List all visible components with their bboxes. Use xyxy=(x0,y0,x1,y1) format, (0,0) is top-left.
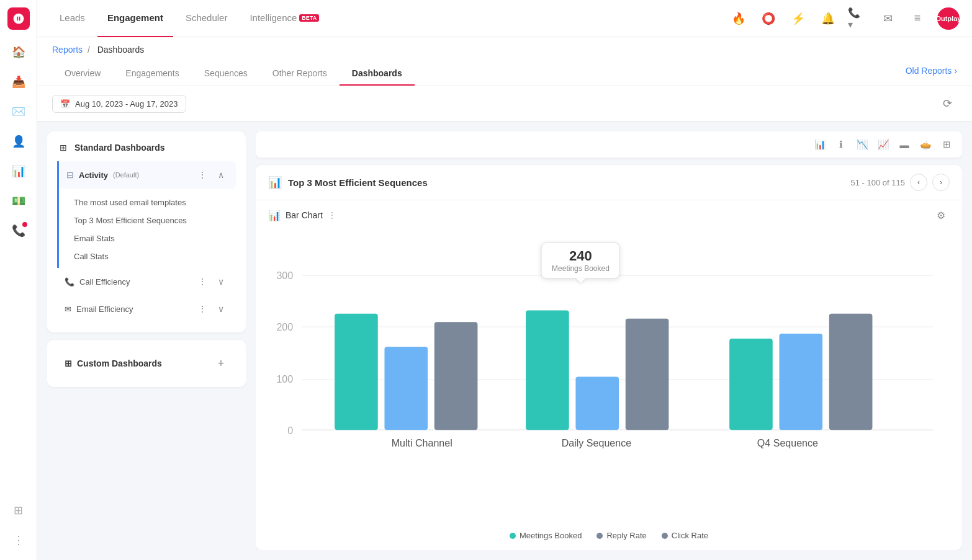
tab-dashboards[interactable]: Dashboards xyxy=(340,62,415,86)
tab-leads[interactable]: Leads xyxy=(50,0,95,37)
email-efficiency-more-btn[interactable]: ⋮ xyxy=(195,301,210,316)
activity-more-btn[interactable]: ⋮ xyxy=(195,167,210,182)
chart-legend: Meetings Booked Reply Rate Click Rate xyxy=(256,526,962,550)
activity-collapse-btn[interactable]: ∧ xyxy=(214,167,228,182)
call-efficiency-section: 📞 Call Efficiency ⋮ ∨ xyxy=(57,268,236,295)
call-efficiency-collapse-btn[interactable]: ∨ xyxy=(214,274,228,289)
sidebar-item-home[interactable]: 🏠 xyxy=(6,40,31,64)
svg-text:200: 200 xyxy=(276,321,293,332)
legend-meetings: Meetings Booked xyxy=(510,531,582,540)
info-toolbar-btn[interactable]: ℹ xyxy=(832,135,850,154)
chart-card: 📊 Top 3 Most Efficient Sequences 51 - 10… xyxy=(256,165,962,550)
bar-chart-header: 📊 Bar Chart ⋮ ⚙ xyxy=(256,200,962,224)
svg-text:Multi Channel: Multi Channel xyxy=(392,437,452,448)
chart-header: 📊 Top 3 Most Efficient Sequences 51 - 10… xyxy=(256,165,962,200)
activity-title: Activity xyxy=(79,171,108,180)
add-dashboard-btn[interactable]: + xyxy=(214,356,228,371)
bar-chart-title: Bar Chart xyxy=(286,210,323,220)
gear-icon[interactable]: ⚙ xyxy=(932,207,950,224)
list-item[interactable]: Top 3 Most Efficient Sequences xyxy=(69,211,236,229)
bar-q4-meetings[interactable] xyxy=(729,339,773,430)
email-efficiency-header[interactable]: ✉ Email Efficiency ⋮ ∨ xyxy=(57,295,236,322)
sidebar-item-more[interactable]: ⋮ xyxy=(6,528,31,553)
bar-chart-title-area: 📊 Bar Chart ⋮ xyxy=(268,210,336,221)
sidebar-item-phone[interactable]: 📞 xyxy=(6,218,31,243)
list-icon[interactable]: ≡ xyxy=(907,9,927,29)
pagination-prev-btn[interactable]: ‹ xyxy=(910,174,927,191)
list-item[interactable]: Email Stats xyxy=(69,229,236,247)
sub-header: Reports / Dashboards Overview Engagement… xyxy=(37,37,972,86)
bolt-icon[interactable]: ⚡ xyxy=(788,9,808,29)
bar-multichannel-click[interactable] xyxy=(434,322,478,430)
fire-icon[interactable]: 🔥 xyxy=(729,9,749,29)
call-efficiency-header[interactable]: 📞 Call Efficiency ⋮ ∨ xyxy=(57,268,236,295)
tab-engagements[interactable]: Engagements xyxy=(113,62,191,86)
call-efficiency-header-left: 📞 Call Efficiency xyxy=(65,277,130,287)
bar-daily-reply[interactable] xyxy=(575,377,619,430)
tab-engagement[interactable]: Engagement xyxy=(97,0,173,37)
app-logo[interactable] xyxy=(7,7,30,30)
table-toolbar-btn[interactable]: ⊞ xyxy=(937,135,956,154)
email-efficiency-collapse-btn[interactable]: ∨ xyxy=(214,301,228,316)
breadcrumb-current: Dashboards xyxy=(97,45,145,55)
tab-sequences[interactable]: Sequences xyxy=(192,62,260,86)
line-chart-toolbar-btn[interactable]: 📈 xyxy=(874,135,893,154)
chart-toolbar: 📊 ℹ 📉 📈 ▬ 🥧 ⊞ xyxy=(256,131,962,158)
sidebar-item-contacts[interactable]: 👤 xyxy=(6,129,31,154)
sidebar-item-send[interactable]: ✉️ xyxy=(6,99,31,124)
email-efficiency-header-left: ✉ Email Efficiency xyxy=(65,304,133,314)
pagination-next-btn[interactable]: › xyxy=(932,174,950,191)
bar-q4-reply[interactable] xyxy=(780,334,823,430)
chart-title: Top 3 Most Efficient Sequences xyxy=(288,177,428,188)
email-efficiency-section: ✉ Email Efficiency ⋮ ∨ xyxy=(57,295,236,322)
refresh-icon[interactable]: ⟳ xyxy=(937,94,957,113)
top-nav-right: 🔥 ⭕ ⚡ 🔔 📞 ▾ ✉ ≡ Outplay xyxy=(729,7,960,30)
custom-grid-icon: ⊞ xyxy=(65,358,72,368)
tab-intelligence[interactable]: Intelligence BETA xyxy=(240,0,329,37)
sidebar: 🏠 📥 ✉️ 👤 📊 💵 📞 ⊞ ⋮ xyxy=(0,0,37,560)
email-efficiency-controls: ⋮ ∨ xyxy=(195,301,228,316)
standard-dashboards-header: ⊞ Standard Dashboards xyxy=(57,141,236,154)
bar-chart-toolbar-btn[interactable]: 📊 xyxy=(811,135,829,154)
svg-text:Q4 Sequence: Q4 Sequence xyxy=(757,437,818,448)
bar-toolbar-btn[interactable]: ▬ xyxy=(895,135,914,154)
date-selector[interactable]: 📅 Aug 10, 2023 - Aug 17, 2023 xyxy=(52,95,186,113)
right-panel: 📊 ℹ 📉 📈 ▬ 🥧 ⊞ 📊 Top 3 Most Efficient Seq… xyxy=(256,131,962,550)
custom-dashboards-title: ⊞ Custom Dashboards xyxy=(65,358,162,368)
bar-chart-icon: 📊 xyxy=(268,210,281,221)
chart-title-area: 📊 Top 3 Most Efficient Sequences xyxy=(268,176,428,189)
bar-multichannel-reply[interactable] xyxy=(384,347,428,430)
bar-daily-meetings[interactable] xyxy=(526,310,569,430)
sidebar-item-inbox[interactable]: 📥 xyxy=(6,69,31,94)
pagination-text: 51 - 100 of 115 xyxy=(851,178,905,187)
sidebar-item-dollar[interactable]: 💵 xyxy=(6,189,31,213)
tab-other-reports[interactable]: Other Reports xyxy=(260,62,340,86)
date-range-label: Aug 10, 2023 - Aug 17, 2023 xyxy=(75,99,178,109)
pie-chart-toolbar-btn[interactable]: 🥧 xyxy=(916,135,935,154)
bar-daily-click[interactable] xyxy=(626,319,669,430)
phone-icon[interactable]: 📞 ▾ xyxy=(848,9,868,29)
list-item[interactable]: The most used email templates xyxy=(69,193,236,211)
legend-reply: Reply Rate xyxy=(596,531,646,540)
legend-meetings-label: Meetings Booked xyxy=(520,531,582,540)
tab-scheduler[interactable]: Scheduler xyxy=(176,0,238,37)
list-item[interactable]: Call Stats xyxy=(69,247,236,265)
area-chart-toolbar-btn[interactable]: 📉 xyxy=(853,135,871,154)
more-options-icon[interactable]: ⋮ xyxy=(328,210,336,220)
old-reports-link[interactable]: Old Reports › xyxy=(906,66,957,82)
mail-icon[interactable]: ✉ xyxy=(878,9,898,29)
circle-icon[interactable]: ⭕ xyxy=(758,9,778,29)
bar-q4-click[interactable] xyxy=(829,314,873,430)
email-icon: ✉ xyxy=(65,304,71,314)
tab-overview[interactable]: Overview xyxy=(52,62,113,86)
avatar[interactable]: Outplay xyxy=(937,7,960,30)
call-icon: 📞 xyxy=(65,277,74,287)
bar-multichannel-meetings[interactable] xyxy=(335,314,378,430)
chart-title-icon: 📊 xyxy=(268,176,282,189)
sidebar-item-analytics[interactable]: 📊 xyxy=(6,159,31,184)
bell-icon[interactable]: 🔔 xyxy=(818,9,838,29)
activity-header-left: ⊟ Activity (Default) xyxy=(66,170,139,180)
breadcrumb-parent[interactable]: Reports xyxy=(52,45,83,55)
call-efficiency-more-btn[interactable]: ⋮ xyxy=(195,274,210,289)
sidebar-item-grid[interactable]: ⊞ xyxy=(6,498,31,523)
